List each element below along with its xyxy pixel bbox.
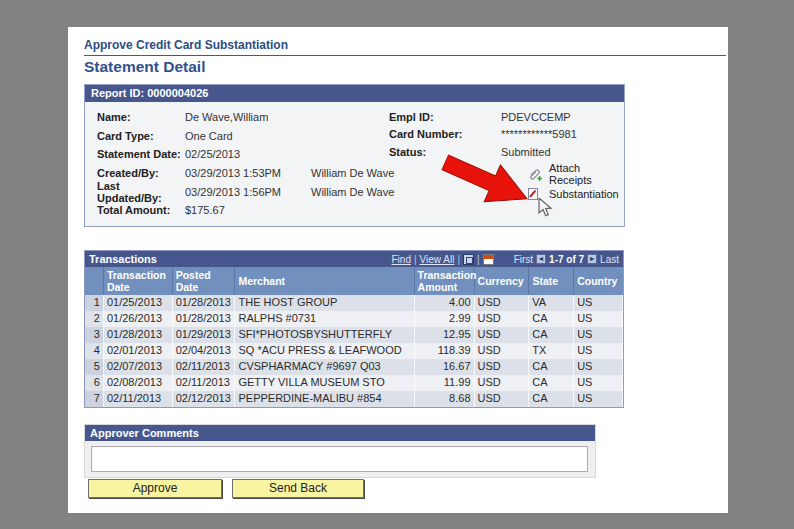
separator: | <box>414 254 417 265</box>
cell-currency: USD <box>475 359 530 375</box>
cell-txn_date: 01/26/2013 <box>104 311 173 327</box>
cell-n: 6 <box>85 375 104 391</box>
cell-txn_date: 02/08/2013 <box>104 375 173 391</box>
breadcrumb: Approve Credit Card Substantiation <box>84 38 726 56</box>
last-link[interactable]: Last <box>600 254 619 265</box>
field-by-value: William De Wave <box>311 167 397 179</box>
send-back-button[interactable]: Send Back <box>232 479 364 498</box>
view-all-link[interactable]: View All <box>420 254 455 265</box>
table-row: 502/07/201302/11/2013CVSPHARMACY #9697 Q… <box>85 359 623 375</box>
cell-currency: USD <box>475 391 530 407</box>
field-label: Created/By: <box>97 167 185 179</box>
cell-amount: 4.00 <box>415 295 475 311</box>
approver-comments-section: Approver Comments <box>84 424 596 478</box>
download-to-excel-icon[interactable] <box>483 254 494 265</box>
cell-state: CA <box>529 359 574 375</box>
approve-button[interactable]: Approve <box>88 479 222 498</box>
field-label: Total Amount: <box>97 204 185 216</box>
cell-merchant: SFI*PHOTOSBYSHUTTERFLY <box>235 327 414 343</box>
field-label: Card Number: <box>389 128 501 140</box>
cell-country: US <box>574 327 623 343</box>
field-by-value: William De Wave <box>311 186 397 198</box>
cell-n: 7 <box>85 391 104 407</box>
separator: | <box>477 254 480 265</box>
cell-currency: USD <box>475 311 530 327</box>
find-link[interactable]: Find <box>392 254 411 265</box>
approver-comments-header: Approver Comments <box>85 425 595 441</box>
field-label: Name: <box>97 111 185 123</box>
table-row: 402/01/201302/04/2013SQ *ACU PRESS & LEA… <box>85 343 623 359</box>
cell-country: US <box>574 295 623 311</box>
next-page-icon[interactable]: ► <box>587 254 597 264</box>
cell-merchant: RALPHS #0731 <box>235 311 414 327</box>
transactions-column-headers: Transaction Date Posted Date Merchant Tr… <box>85 267 623 295</box>
field-card-type: Card Type: One Card <box>97 127 397 146</box>
grid-toolbar: Find | View All | | First ◄ 1-7 of 7 ► L… <box>392 254 620 265</box>
column-header-state: State <box>529 267 574 295</box>
field-card-number: Card Number: ************5981 <box>389 126 624 144</box>
cell-merchant: CVSPHARMACY #9697 Q03 <box>235 359 414 375</box>
cell-amount: 8.68 <box>415 391 475 407</box>
cell-posted_date: 02/11/2013 <box>173 375 236 391</box>
field-label: Statement Date: <box>97 148 185 160</box>
cell-n: 1 <box>85 295 104 311</box>
cell-amount: 16.67 <box>415 359 475 375</box>
cell-posted_date: 02/04/2013 <box>173 343 236 359</box>
cell-country: US <box>574 343 623 359</box>
field-value: 03/29/2013 1:56PM <box>185 186 311 198</box>
table-row: 301/28/201301/29/2013SFI*PHOTOSBYSHUTTER… <box>85 327 623 343</box>
attach-receipts-label: Attach Receipts <box>549 162 624 186</box>
status-value: Submitted <box>501 146 624 158</box>
table-row: 101/25/201301/28/2013THE HOST GROUP4.00U… <box>85 295 623 311</box>
column-header-rownum <box>85 267 104 295</box>
cell-state: TX <box>529 343 574 359</box>
cell-posted_date: 01/28/2013 <box>173 295 236 311</box>
cell-country: US <box>574 375 623 391</box>
cell-merchant: GETTY VILLA MUSEUM STO <box>235 375 414 391</box>
cell-n: 3 <box>85 327 104 343</box>
cell-n: 5 <box>85 359 104 375</box>
zoom-popup-icon[interactable] <box>463 254 474 265</box>
table-row: 602/08/201302/11/2013GETTY VILLA MUSEUM … <box>85 375 623 391</box>
field-value: One Card <box>185 130 311 142</box>
cell-country: US <box>574 359 623 375</box>
table-row: 702/11/201302/12/2013PEPPERDINE-MALIBU #… <box>85 391 623 407</box>
report-id-header: Report ID: 0000004026 <box>85 85 624 102</box>
field-name: Name: De Wave,William <box>97 108 397 127</box>
cell-country: US <box>574 391 623 407</box>
cell-merchant: SQ *ACU PRESS & LEAFWOOD <box>235 343 414 359</box>
content-page: Approve Credit Card Substantiation State… <box>68 27 728 513</box>
column-header-posted-date: Posted Date <box>173 267 236 295</box>
field-label: Card Type: <box>97 130 185 142</box>
column-header-country: Country <box>574 267 623 295</box>
field-value: 03/29/2013 1:53PM <box>185 167 311 179</box>
cell-amount: 2.99 <box>415 311 475 327</box>
cell-currency: USD <box>475 343 530 359</box>
column-header-merchant: Merchant <box>235 267 414 295</box>
txn-rows: 101/25/201301/28/2013THE HOST GROUP4.00U… <box>85 295 623 407</box>
field-value: PDEVCCEMP <box>501 111 624 123</box>
approver-comments-input[interactable] <box>91 446 588 472</box>
cell-currency: USD <box>475 375 530 391</box>
previous-page-icon[interactable]: ◄ <box>536 254 546 264</box>
mouse-cursor-icon <box>538 198 553 221</box>
cell-merchant: THE HOST GROUP <box>235 295 414 311</box>
field-value: ************5981 <box>501 128 624 140</box>
field-status: Status: Submitted <box>389 143 624 161</box>
transactions-title: Transactions <box>89 253 157 265</box>
field-value: $175.67 <box>185 204 311 216</box>
transactions-grid: Transactions Find | View All | | First ◄… <box>84 250 624 408</box>
cell-country: US <box>574 311 623 327</box>
field-label: Empl ID: <box>389 111 501 123</box>
attach-receipts-link[interactable]: Attach Receipts <box>527 164 624 184</box>
cell-merchant: PEPPERDINE-MALIBU #854 <box>235 391 414 407</box>
cell-currency: USD <box>475 327 530 343</box>
cell-txn_date: 01/25/2013 <box>104 295 173 311</box>
cell-amount: 118.39 <box>415 343 475 359</box>
cell-n: 4 <box>85 343 104 359</box>
substantiation-label: Substantiation <box>549 188 619 200</box>
cell-state: CA <box>529 375 574 391</box>
cell-posted_date: 01/29/2013 <box>173 327 236 343</box>
first-link[interactable]: First <box>514 254 533 265</box>
statement-left-column: Name: De Wave,William Card Type: One Car… <box>97 108 397 220</box>
